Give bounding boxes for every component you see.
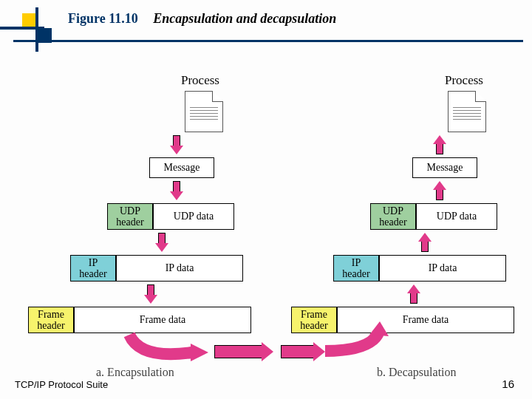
page-number: 16 [502, 378, 514, 390]
ip-data-box: IP data [116, 255, 243, 282]
message-box: Message [412, 157, 477, 178]
document-icon [448, 91, 486, 132]
right-arrow-icon [281, 342, 325, 361]
arrow-up-icon [433, 135, 446, 154]
process-label: Process [181, 73, 219, 88]
arrow-down-icon [170, 181, 183, 200]
curve-arrow-icon [325, 329, 399, 366]
right-arrow-icon [214, 342, 273, 361]
frame-header-box: Frame header [28, 307, 74, 333]
arrow-up-icon [433, 181, 446, 200]
message-box: Message [149, 157, 214, 178]
document-icon [185, 91, 223, 132]
arrow-down-icon [155, 233, 168, 252]
arrow-up-icon [418, 233, 432, 252]
arrow-down-icon [170, 135, 183, 154]
udp-header-box: UDP header [107, 203, 153, 230]
udp-data-box: UDP data [153, 203, 234, 230]
svg-marker-0 [191, 344, 208, 361]
subcaption-a: a. Encapsulation [96, 366, 174, 379]
curve-arrow-icon [126, 335, 214, 367]
title-rule [13, 40, 523, 42]
process-label: Process [445, 73, 483, 88]
udp-header-box: UDP header [370, 203, 416, 230]
frame-data-box: Frame data [74, 307, 251, 333]
subcaption-b: b. Decapsulation [377, 366, 457, 379]
arrow-down-icon [144, 284, 157, 304]
figure-caption: Encapsulation and decapsulation [153, 11, 336, 26]
ip-header-box: IP header [333, 255, 379, 282]
figure-title: Figure 11.10 Encapsulation and decapsula… [68, 11, 336, 27]
footer-text: TCP/IP Protocol Suite [15, 379, 108, 390]
ip-header-box: IP header [70, 255, 116, 282]
ip-data-box: IP data [379, 255, 506, 282]
figure-number: Figure 11.10 [68, 11, 138, 26]
slide-logo [22, 13, 52, 43]
udp-data-box: UDP data [416, 203, 497, 230]
arrow-up-icon [407, 284, 420, 304]
